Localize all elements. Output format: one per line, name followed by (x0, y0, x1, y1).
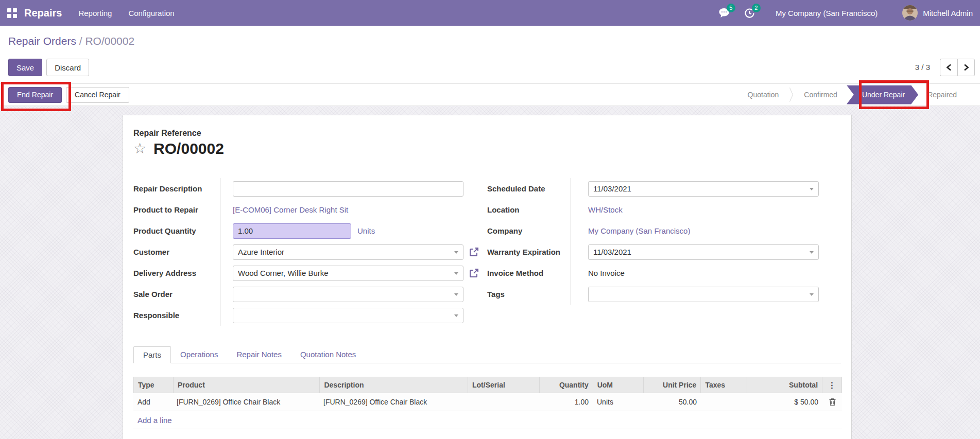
cell-quantity[interactable]: 1.00 (539, 393, 593, 411)
state-repaired[interactable]: Repaired (918, 85, 966, 104)
field-label: Customer (133, 248, 220, 256)
field-row-invoice-method: Invoice Method No Invoice (487, 262, 841, 284)
cell-description[interactable]: [FURN_0269] Office Chair Black (319, 393, 468, 411)
invoice-method-value: No Invoice (588, 269, 625, 277)
title-row: ☆ RO/00002 (133, 140, 841, 157)
field-groups: Repair Description Product to Repair [E-… (133, 178, 841, 326)
parts-table: Type Product Description Lot/Serial Quan… (133, 377, 842, 429)
favorite-star-icon[interactable]: ☆ (133, 141, 146, 156)
field-label: Scheduled Date (487, 184, 570, 193)
pager-previous-button[interactable] (940, 59, 957, 76)
company-switcher[interactable]: My Company (San Francisco) (776, 9, 878, 17)
responsible-input[interactable] (233, 308, 463, 323)
messages-button[interactable]: 5 (718, 8, 730, 18)
state-confirmed[interactable]: Confirmed (795, 85, 847, 104)
activities-button[interactable]: 2 (744, 8, 755, 19)
cell-taxes[interactable] (701, 393, 747, 411)
product-quantity-input[interactable] (233, 223, 351, 239)
record-pager-count: 3 / 3 (915, 63, 930, 72)
cell-product[interactable]: [FURN_0269] Office Chair Black (173, 393, 319, 411)
field-label: Company (487, 226, 570, 235)
column-header-taxes[interactable]: Taxes (700, 377, 747, 393)
user-avatar[interactable] (902, 5, 918, 21)
field-label: Product to Repair (133, 205, 220, 214)
record-pager (940, 59, 975, 76)
cell-lot-serial[interactable] (468, 393, 539, 411)
company-link[interactable]: My Company (San Francisco) (588, 226, 690, 235)
statusbar-buttons: End Repair Cancel Repair (8, 87, 129, 103)
user-menu[interactable]: Mitchell Admin (923, 9, 973, 17)
save-button[interactable]: Save (8, 59, 42, 76)
column-header-description[interactable]: Description (319, 377, 468, 393)
parts-table-header: Type Product Description Lot/Serial Quan… (133, 377, 842, 393)
field-group-right: Scheduled Date Location WH/Stock Company… (487, 178, 841, 326)
quantity-uom-link[interactable]: Units (357, 226, 375, 235)
repair-description-input[interactable] (233, 181, 463, 197)
end-repair-button[interactable]: End Repair (8, 87, 62, 103)
grid-square (7, 8, 11, 12)
repair-reference-title: RO/00002 (153, 140, 224, 157)
tab-parts[interactable]: Parts (133, 346, 171, 363)
delivery-address-external-link-icon[interactable] (469, 268, 479, 278)
column-header-quantity[interactable]: Quantity (539, 377, 593, 393)
cancel-repair-button[interactable]: Cancel Repair (66, 87, 129, 103)
apps-menu-icon[interactable] (7, 8, 17, 18)
field-label: Product Quantity (133, 226, 220, 235)
warranty-expiration-input[interactable] (588, 244, 819, 260)
column-header-type[interactable]: Type (134, 377, 173, 393)
tags-input[interactable] (588, 287, 819, 302)
cell-subtotal[interactable]: $ 50.00 (747, 393, 822, 411)
breadcrumb-separator: / (76, 35, 85, 47)
notebook-tabs: Parts Operations Repair Notes Quotation … (133, 346, 841, 363)
customer-input[interactable] (233, 244, 463, 260)
app-name[interactable]: Repairs (24, 7, 62, 19)
kebab-icon: ⋮ (828, 380, 836, 390)
product-to-repair-link[interactable]: [E-COM06] Corner Desk Right Sit (233, 205, 348, 214)
delete-row-trash-icon[interactable] (829, 398, 836, 406)
column-header-product[interactable]: Product (173, 377, 320, 393)
sale-order-input[interactable] (233, 287, 463, 302)
tab-repair-notes[interactable]: Repair Notes (227, 346, 291, 363)
location-link[interactable]: WH/Stock (588, 205, 623, 214)
state-separator-icon (789, 87, 794, 102)
statusbar-states: Quotation Confirmed Under Repair Repaire… (738, 85, 966, 104)
menu-reporting[interactable]: Reporting (78, 9, 112, 17)
add-a-line-link[interactable]: Add a line (137, 416, 172, 425)
column-header-unit-price[interactable]: Unit Price (643, 377, 701, 393)
state-under-repair[interactable]: Under Repair (847, 85, 918, 104)
messages-badge: 5 (727, 4, 735, 12)
field-row-sale-order: Sale Order (133, 284, 487, 305)
field-row-product-quantity: Product Quantity Units (133, 220, 487, 241)
pager-next-button[interactable] (957, 59, 975, 76)
optional-columns-toggle[interactable]: ⋮ (822, 377, 841, 393)
breadcrumb: Repair Orders / RO/00002 (8, 35, 134, 47)
menu-configuration[interactable]: Configuration (128, 9, 174, 17)
customer-external-link-icon[interactable] (469, 247, 479, 257)
state-quotation[interactable]: Quotation (738, 85, 788, 104)
column-header-lot-serial[interactable]: Lot/Serial (468, 377, 539, 393)
scheduled-date-input[interactable] (588, 181, 819, 197)
breadcrumb-repair-orders[interactable]: Repair Orders (8, 35, 76, 47)
column-header-uom[interactable]: UoM (593, 377, 643, 393)
tab-operations[interactable]: Operations (171, 346, 227, 363)
column-header-subtotal[interactable]: Subtotal (747, 377, 822, 393)
delivery-address-input[interactable] (233, 266, 463, 281)
tab-quotation-notes[interactable]: Quotation Notes (291, 346, 365, 363)
parts-table-row[interactable]: Add [FURN_0269] Office Chair Black [FURN… (133, 393, 842, 411)
field-label: Responsible (133, 311, 220, 320)
cell-type[interactable]: Add (133, 393, 173, 411)
grid-square (13, 8, 17, 12)
breadcrumb-current: RO/00002 (85, 35, 134, 47)
form-view-background: Repair Reference ☆ RO/00002 Repair Descr… (0, 106, 980, 439)
field-row-company: Company My Company (San Francisco) (487, 220, 841, 241)
field-row-scheduled-date: Scheduled Date (487, 178, 841, 199)
field-label: Repair Description (133, 184, 220, 193)
field-row-delivery-address: Delivery Address (133, 262, 487, 284)
record-actions: Save Discard (8, 59, 89, 76)
field-group-left: Repair Description Product to Repair [E-… (133, 178, 487, 326)
top-navbar: Repairs Reporting Configuration 5 2 My C… (0, 0, 980, 26)
cell-unit-price[interactable]: 50.00 (643, 393, 701, 411)
cell-uom[interactable]: Units (593, 393, 643, 411)
discard-button[interactable]: Discard (46, 59, 89, 76)
field-label: Sale Order (133, 290, 220, 298)
